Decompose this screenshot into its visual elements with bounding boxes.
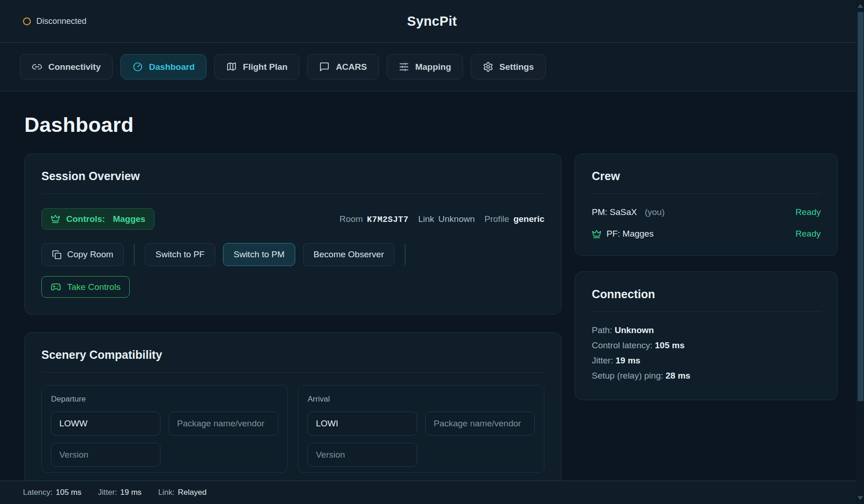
room-label: Room (339, 214, 363, 224)
message-icon (319, 62, 330, 72)
departure-panel: Departure (41, 385, 288, 473)
connection-row-label: Jitter: (592, 356, 613, 365)
gauge-icon (132, 62, 143, 72)
departure-version-input[interactable] (51, 443, 160, 467)
departure-icao-input[interactable] (51, 412, 160, 436)
crew-card: Crew PM: SaSaX (you) Ready PF: Magges (575, 153, 838, 256)
connection-row-path: Path: Unknown (592, 323, 821, 338)
connection-row-label: Setup (relay) ping: (592, 371, 663, 380)
profile-value: generic (513, 214, 544, 224)
arrival-label: Arrival (308, 395, 535, 404)
main-nav: Connectivity Dashboard Flight Plan ACARS… (0, 43, 864, 91)
tab-acars[interactable]: ACARS (307, 54, 379, 79)
gamepad-icon (51, 282, 61, 292)
connection-title: Connection (592, 288, 821, 301)
scrollbar-thumb[interactable] (858, 12, 864, 401)
tab-label: ACARS (336, 62, 367, 72)
connection-status: Disconnected (23, 17, 86, 26)
statusbar-label: Latency: (23, 488, 52, 497)
tab-label: Connectivity (48, 62, 101, 72)
map-icon (226, 62, 237, 72)
status-ring-icon (23, 17, 31, 25)
connection-row-setup-ping: Setup (relay) ping: 28 ms (592, 368, 821, 384)
tab-label: Mapping (415, 62, 451, 72)
statusbar-value: 19 ms (120, 488, 142, 497)
scrollbar-track[interactable] (856, 0, 864, 504)
vertical-divider (405, 244, 406, 265)
switch-to-pf-label: Switch to PF (155, 249, 205, 260)
divider (41, 372, 544, 373)
arrival-version-input[interactable] (308, 443, 417, 467)
session-meta: Room K7M2SJT7 Link Unknown Profile gener… (339, 214, 544, 224)
connection-row-label: Control latency: (592, 340, 652, 350)
arrival-icao-input[interactable] (308, 412, 417, 436)
tab-label: Settings (499, 62, 534, 72)
connection-row-latency: Control latency: 105 ms (592, 338, 821, 353)
crew-row-pm: PM: SaSaX (you) Ready (592, 207, 821, 217)
take-controls-label: Take Controls (67, 282, 120, 292)
become-observer-button[interactable]: Become Observer (303, 243, 395, 266)
tab-connectivity[interactable]: Connectivity (20, 54, 113, 79)
crown-icon (592, 229, 601, 239)
controls-badge-name: Magges (113, 214, 145, 224)
switch-to-pm-label: Switch to PM (234, 249, 285, 260)
session-overview-title: Session Overview (41, 170, 544, 183)
scenery-title: Scenery Compatibility (41, 348, 544, 362)
top-bar: Disconnected SyncPit (0, 0, 864, 43)
crew-member-suffix: (you) (645, 207, 664, 217)
copy-room-button[interactable]: Copy Room (41, 243, 124, 266)
tab-label: Dashboard (149, 62, 195, 72)
scrollbar-down-arrow-icon[interactable] (858, 496, 863, 500)
connection-status-label: Disconnected (36, 17, 86, 26)
statusbar-jitter: Jitter: 19 ms (98, 488, 142, 497)
connection-row-value: 19 ms (616, 356, 641, 365)
switch-to-pf-button[interactable]: Switch to PF (145, 243, 215, 266)
controls-badge: Controls: Magges (41, 208, 154, 230)
statusbar-link: Link: Relayed (158, 488, 206, 497)
tab-dashboard[interactable]: Dashboard (120, 54, 206, 79)
room-code: K7M2SJT7 (367, 215, 408, 224)
scenery-compatibility-card: Scenery Compatibility Departure Arrival (24, 332, 561, 481)
copy-icon (52, 250, 62, 260)
crew-status-badge: Ready (795, 229, 821, 239)
main-content: Dashboard Session Overview Controls: Mag… (0, 92, 856, 481)
tab-flight-plan[interactable]: Flight Plan (214, 54, 299, 79)
crew-status-badge: Ready (795, 207, 821, 217)
arrival-package-input[interactable] (425, 412, 535, 436)
crown-icon (51, 214, 60, 224)
page-title: Dashboard (24, 113, 838, 137)
controls-badge-label: Controls: (66, 214, 105, 224)
gear-icon (483, 62, 493, 72)
crew-member-name: PF: Magges (607, 229, 653, 239)
divider (592, 193, 821, 194)
become-observer-label: Become Observer (314, 249, 384, 260)
arrival-panel: Arrival (298, 385, 544, 473)
vertical-divider (134, 244, 135, 265)
take-controls-button[interactable]: Take Controls (41, 276, 130, 298)
departure-label: Departure (51, 395, 278, 404)
crew-title: Crew (592, 170, 821, 183)
connection-row-value: 28 ms (666, 371, 691, 380)
divider (41, 193, 544, 194)
connection-row-value: Unknown (615, 325, 654, 335)
connection-row-value: 105 ms (655, 340, 684, 350)
switch-to-pm-button[interactable]: Switch to PM (223, 243, 295, 266)
link-label: Link (418, 214, 434, 224)
statusbar-label: Jitter: (98, 488, 117, 497)
scrollbar-up-arrow-icon[interactable] (858, 4, 863, 8)
tab-settings[interactable]: Settings (471, 54, 546, 79)
profile-label: Profile (485, 214, 509, 224)
departure-package-input[interactable] (169, 412, 278, 436)
app-title: SyncPit (0, 14, 864, 29)
crew-member-name: PM: SaSaX (592, 207, 637, 217)
tab-label: Flight Plan (243, 62, 287, 72)
statusbar-label: Link: (158, 488, 175, 497)
session-overview-card: Session Overview Controls: Magges Room K… (24, 153, 561, 315)
divider (592, 311, 821, 312)
tab-mapping[interactable]: Mapping (387, 54, 463, 79)
copy-room-label: Copy Room (67, 249, 113, 260)
statusbar-latency: Latency: 105 ms (23, 488, 81, 497)
sliders-icon (399, 62, 409, 72)
link-value: Unknown (438, 214, 475, 224)
link-icon (32, 62, 42, 72)
